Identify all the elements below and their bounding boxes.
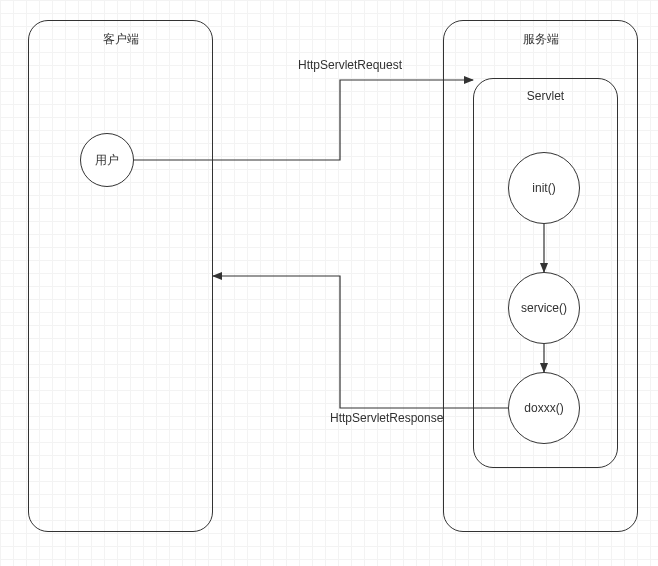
servlet-title: Servlet [474,89,617,103]
init-label: init() [532,181,555,195]
response-label: HttpServletResponse [330,411,443,425]
user-label: 用户 [95,152,119,169]
user-node: 用户 [80,133,134,187]
service-label: service() [521,301,567,315]
doxxx-node: doxxx() [508,372,580,444]
doxxx-label: doxxx() [524,401,563,415]
init-node: init() [508,152,580,224]
request-label: HttpServletRequest [298,58,402,72]
client-box: 客户端 [28,20,213,532]
client-title: 客户端 [29,31,212,48]
server-title: 服务端 [444,31,637,48]
service-node: service() [508,272,580,344]
